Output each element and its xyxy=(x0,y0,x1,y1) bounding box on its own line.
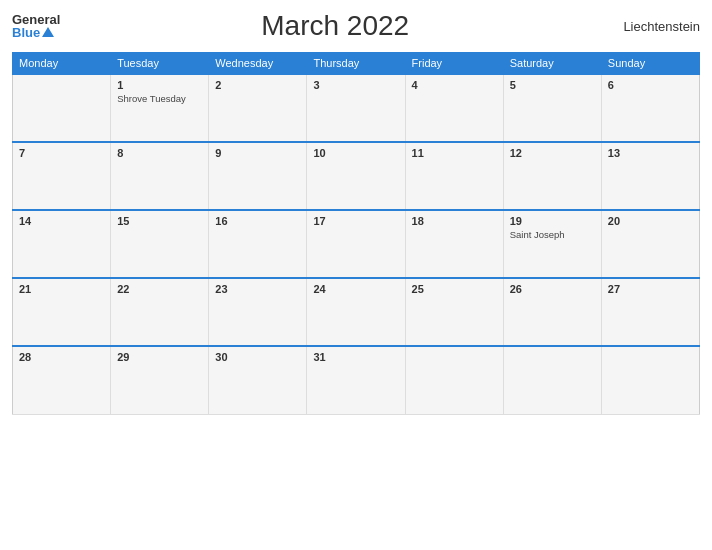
day-number: 24 xyxy=(313,283,398,295)
calendar-cell: 14 xyxy=(13,210,111,278)
day-number: 27 xyxy=(608,283,693,295)
calendar-cell: 18 xyxy=(405,210,503,278)
calendar-cell: 27 xyxy=(601,278,699,346)
calendar-cell: 13 xyxy=(601,142,699,210)
day-number: 14 xyxy=(19,215,104,227)
day-number: 18 xyxy=(412,215,497,227)
days-header-row: Monday Tuesday Wednesday Thursday Friday… xyxy=(13,53,700,75)
calendar-cell: 8 xyxy=(111,142,209,210)
calendar-cell: 24 xyxy=(307,278,405,346)
calendar-week-row: 21222324252627 xyxy=(13,278,700,346)
calendar-cell: 1Shrove Tuesday xyxy=(111,74,209,142)
calendar-week-row: 78910111213 xyxy=(13,142,700,210)
calendar-cell: 7 xyxy=(13,142,111,210)
calendar-cell: 23 xyxy=(209,278,307,346)
day-number: 19 xyxy=(510,215,595,227)
day-number: 26 xyxy=(510,283,595,295)
day-number: 9 xyxy=(215,147,300,159)
calendar-cell: 10 xyxy=(307,142,405,210)
day-event: Saint Joseph xyxy=(510,229,595,240)
col-friday: Friday xyxy=(405,53,503,75)
calendar-cell: 20 xyxy=(601,210,699,278)
calendar-title: March 2022 xyxy=(60,10,610,42)
day-number: 30 xyxy=(215,351,300,363)
logo: General Blue xyxy=(12,13,60,39)
calendar-cell: 6 xyxy=(601,74,699,142)
day-number: 10 xyxy=(313,147,398,159)
calendar-cell: 21 xyxy=(13,278,111,346)
calendar-cell: 26 xyxy=(503,278,601,346)
calendar-header: Monday Tuesday Wednesday Thursday Friday… xyxy=(13,53,700,75)
calendar-cell: 3 xyxy=(307,74,405,142)
day-number: 11 xyxy=(412,147,497,159)
calendar-cell xyxy=(405,346,503,414)
calendar-cell: 29 xyxy=(111,346,209,414)
calendar-cell: 4 xyxy=(405,74,503,142)
calendar-cell: 31 xyxy=(307,346,405,414)
calendar-table: Monday Tuesday Wednesday Thursday Friday… xyxy=(12,52,700,415)
calendar-cell xyxy=(503,346,601,414)
calendar-cell: 11 xyxy=(405,142,503,210)
logo-triangle-icon xyxy=(42,27,54,37)
country-label: Liechtenstein xyxy=(610,19,700,34)
calendar-cell: 16 xyxy=(209,210,307,278)
calendar-week-row: 141516171819Saint Joseph20 xyxy=(13,210,700,278)
day-number: 17 xyxy=(313,215,398,227)
day-number: 12 xyxy=(510,147,595,159)
day-number: 8 xyxy=(117,147,202,159)
calendar-cell: 22 xyxy=(111,278,209,346)
logo-blue-text: Blue xyxy=(12,26,60,39)
calendar-cell xyxy=(601,346,699,414)
col-saturday: Saturday xyxy=(503,53,601,75)
calendar-cell: 30 xyxy=(209,346,307,414)
calendar-cell: 9 xyxy=(209,142,307,210)
calendar-cell: 2 xyxy=(209,74,307,142)
day-number: 3 xyxy=(313,79,398,91)
day-number: 2 xyxy=(215,79,300,91)
header: General Blue March 2022 Liechtenstein xyxy=(12,10,700,42)
page: General Blue March 2022 Liechtenstein Mo… xyxy=(0,0,712,550)
day-number: 6 xyxy=(608,79,693,91)
calendar-cell: 19Saint Joseph xyxy=(503,210,601,278)
col-monday: Monday xyxy=(13,53,111,75)
calendar-body: 1Shrove Tuesday2345678910111213141516171… xyxy=(13,74,700,414)
day-number: 20 xyxy=(608,215,693,227)
day-number: 13 xyxy=(608,147,693,159)
day-number: 4 xyxy=(412,79,497,91)
calendar-week-row: 1Shrove Tuesday23456 xyxy=(13,74,700,142)
day-number: 25 xyxy=(412,283,497,295)
day-number: 5 xyxy=(510,79,595,91)
day-number: 22 xyxy=(117,283,202,295)
day-number: 23 xyxy=(215,283,300,295)
day-number: 16 xyxy=(215,215,300,227)
day-number: 31 xyxy=(313,351,398,363)
day-event: Shrove Tuesday xyxy=(117,93,202,104)
col-sunday: Sunday xyxy=(601,53,699,75)
col-wednesday: Wednesday xyxy=(209,53,307,75)
col-thursday: Thursday xyxy=(307,53,405,75)
col-tuesday: Tuesday xyxy=(111,53,209,75)
calendar-cell: 5 xyxy=(503,74,601,142)
calendar-cell: 17 xyxy=(307,210,405,278)
calendar-cell xyxy=(13,74,111,142)
calendar-week-row: 28293031 xyxy=(13,346,700,414)
calendar-cell: 12 xyxy=(503,142,601,210)
calendar-cell: 15 xyxy=(111,210,209,278)
day-number: 7 xyxy=(19,147,104,159)
day-number: 28 xyxy=(19,351,104,363)
day-number: 1 xyxy=(117,79,202,91)
day-number: 15 xyxy=(117,215,202,227)
day-number: 21 xyxy=(19,283,104,295)
calendar-cell: 28 xyxy=(13,346,111,414)
day-number: 29 xyxy=(117,351,202,363)
calendar-cell: 25 xyxy=(405,278,503,346)
